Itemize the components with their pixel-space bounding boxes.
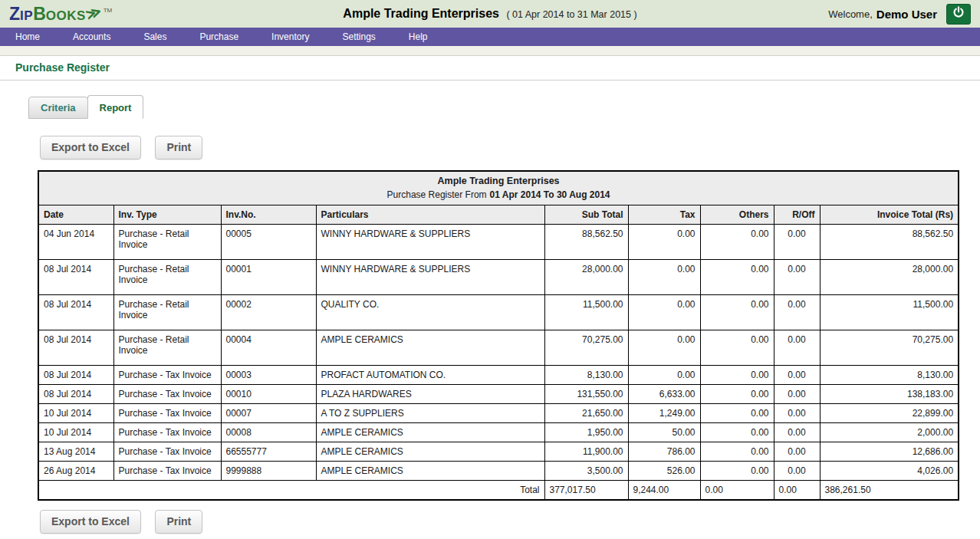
- cell-sub-total: 11,500.00: [544, 295, 628, 330]
- cell-inv-type: Purchase - Retail Invoice: [113, 330, 221, 366]
- column-header-others: Others: [700, 205, 774, 225]
- cell-date: 26 Aug 2014: [38, 462, 113, 481]
- print-button-bottom[interactable]: Print: [155, 510, 202, 534]
- page-titlebar: Purchase Register: [0, 55, 980, 81]
- table-row: 08 Jul 2014 Purchase - Retail Invoice 00…: [38, 330, 959, 366]
- nav-item-help[interactable]: Help: [409, 31, 428, 42]
- export-to-excel-button-bottom[interactable]: Export to Excel: [40, 510, 141, 534]
- company-name: Ample Trading Enterprises: [343, 7, 499, 20]
- cell-r-off: 0.00: [774, 462, 820, 481]
- cell-particulars: AMPLE CERAMICS: [316, 442, 544, 462]
- page-background-strip: [0, 46, 980, 55]
- cell-tax: 0.00: [628, 295, 700, 330]
- report-company-title: Ample Trading Enterprises: [42, 176, 955, 186]
- cell-inv-type: Purchase - Tax Invoice: [113, 366, 221, 385]
- cell-tax: 1,249.00: [628, 404, 700, 423]
- cell-others: 0.00: [700, 366, 774, 385]
- purchase-register-table: Ample Trading Enterprises Purchase Regis…: [38, 170, 959, 501]
- cell-r-off: 0.00: [774, 423, 820, 442]
- cell-invoice-total: 70,275.00: [820, 330, 959, 366]
- cell-inv-no: 00010: [221, 385, 316, 404]
- table-row: 08 Jul 2014 Purchase - Retail Invoice 00…: [38, 295, 959, 330]
- table-row: 10 Jul 2014 Purchase - Tax Invoice 00007…: [38, 404, 959, 423]
- cell-particulars: WINNY HARDWARE & SUPPLIERS: [316, 225, 544, 260]
- cell-sub-total: 70,275.00: [544, 330, 628, 366]
- cell-others: 0.00: [700, 385, 774, 404]
- nav-item-home[interactable]: Home: [15, 31, 40, 42]
- cell-r-off: 0.00: [774, 260, 820, 295]
- cell-r-off: 0.00: [774, 385, 820, 404]
- cell-date: 04 Jun 2014: [38, 225, 113, 260]
- column-header-sub-total: Sub Total: [544, 205, 628, 225]
- cell-date: 13 Aug 2014: [38, 442, 113, 462]
- total-sub-total: 377,017.50: [544, 481, 628, 501]
- cell-inv-no: 00008: [221, 423, 316, 442]
- cell-inv-no: 00004: [221, 330, 316, 366]
- header-right: Welcome, Demo User: [725, 4, 971, 25]
- total-invoice-total: 386,261.50: [820, 481, 959, 501]
- column-header-r-off: R/Off: [774, 205, 820, 225]
- cell-r-off: 0.00: [774, 225, 820, 260]
- table-row: 08 Jul 2014 Purchase - Tax Invoice 00003…: [38, 366, 959, 385]
- print-button-top[interactable]: Print: [155, 136, 202, 159]
- cell-particulars: QUALITY CO.: [316, 295, 544, 330]
- cell-invoice-total: 138,183.00: [820, 385, 959, 404]
- total-tax: 9,244.00: [628, 481, 700, 501]
- app-header: ZIPBOOKS≫TM Ample Trading Enterprises ( …: [0, 0, 980, 28]
- column-header-date: Date: [38, 205, 113, 225]
- cell-inv-no: 66555777: [221, 442, 316, 462]
- report-subtitle: Purchase Register From01 Apr 2014 To 30 …: [42, 189, 955, 200]
- tab-report[interactable]: Report: [87, 95, 144, 119]
- cell-others: 0.00: [700, 442, 774, 462]
- report-caption: Ample Trading Enterprises Purchase Regis…: [38, 171, 959, 205]
- cell-inv-no: 00003: [221, 366, 316, 385]
- logo-arrow-icon: ≫: [84, 2, 104, 23]
- table-row: 13 Aug 2014 Purchase - Tax Invoice 66555…: [38, 442, 959, 462]
- trademark-label: TM: [104, 7, 113, 14]
- main-navbar: Home Accounts Sales Purchase Inventory S…: [0, 28, 980, 46]
- nav-item-inventory[interactable]: Inventory: [271, 31, 309, 42]
- column-header-inv-type: Inv. Type: [113, 205, 221, 225]
- cell-date: 08 Jul 2014: [38, 330, 113, 366]
- nav-item-accounts[interactable]: Accounts: [73, 31, 110, 42]
- cell-particulars: WINNY HARDWARE & SUPPLIERS: [316, 260, 544, 295]
- cell-inv-no: 00005: [221, 225, 316, 260]
- table-row: 08 Jul 2014 Purchase - Tax Invoice 00010…: [38, 385, 959, 404]
- column-header-row: Date Inv. Type Inv.No. Particulars Sub T…: [38, 205, 959, 225]
- table-row: 10 Jul 2014 Purchase - Tax Invoice 00008…: [38, 423, 959, 442]
- tab-criteria[interactable]: Criteria: [28, 97, 88, 119]
- cell-tax: 0.00: [628, 260, 700, 295]
- total-row: Total 377,017.50 9,244.00 0.00 0.00 386,…: [38, 481, 959, 501]
- cell-others: 0.00: [700, 225, 774, 260]
- nav-item-settings[interactable]: Settings: [342, 31, 375, 42]
- cell-r-off: 0.00: [774, 404, 820, 423]
- cell-particulars: PROFACT AUTOMATION CO.: [316, 366, 544, 385]
- cell-date: 10 Jul 2014: [38, 404, 113, 423]
- cell-sub-total: 88,562.50: [544, 225, 628, 260]
- cell-inv-type: Purchase - Tax Invoice: [113, 462, 221, 481]
- welcome-text: Welcome,: [828, 8, 873, 20]
- cell-invoice-total: 8,130.00: [820, 366, 959, 385]
- cell-invoice-total: 22,899.00: [820, 404, 959, 423]
- cell-date: 08 Jul 2014: [38, 366, 113, 385]
- logout-button[interactable]: [946, 4, 971, 25]
- tab-bar: Criteria Report: [0, 81, 980, 119]
- cell-sub-total: 21,650.00: [544, 404, 628, 423]
- cell-invoice-total: 11,500.00: [820, 295, 959, 330]
- cell-tax: 786.00: [628, 442, 700, 462]
- nav-item-sales[interactable]: Sales: [143, 31, 166, 42]
- export-to-excel-button-top[interactable]: Export to Excel: [40, 136, 141, 159]
- cell-invoice-total: 2,000.00: [820, 423, 959, 442]
- user-name: Demo User: [876, 8, 937, 21]
- nav-item-purchase[interactable]: Purchase: [199, 31, 238, 42]
- cell-inv-type: Purchase - Retail Invoice: [113, 225, 221, 260]
- column-header-particulars: Particulars: [316, 205, 544, 225]
- cell-inv-type: Purchase - Tax Invoice: [113, 385, 221, 404]
- cell-others: 0.00: [700, 330, 774, 366]
- zipbooks-logo[interactable]: ZIPBOOKS≫TM: [9, 4, 255, 25]
- column-header-invoice-total: Invoice Total (Rs): [820, 205, 959, 225]
- cell-sub-total: 8,130.00: [544, 366, 628, 385]
- financial-period: ( 01 Apr 2014 to 31 Mar 2015 ): [506, 9, 636, 20]
- cell-particulars: PLAZA HARDWARES: [316, 385, 544, 404]
- header-title: Ample Trading Enterprises ( 01 Apr 2014 …: [255, 7, 725, 21]
